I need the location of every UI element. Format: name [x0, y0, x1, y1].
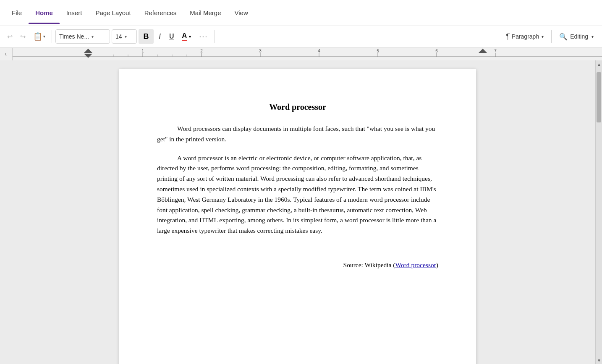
ruler-corner-icon: L	[5, 52, 7, 56]
font-size-value: 14	[115, 33, 122, 40]
scroll-thumb[interactable]	[597, 72, 601, 122]
editing-arrow: ▾	[592, 34, 594, 39]
ruler-container: L 1 2 3 4 5 6 7	[0, 48, 602, 60]
source-link[interactable]: Word processor	[395, 261, 436, 268]
font-color-indicator: A	[182, 32, 187, 41]
ruler-svg: 1 2 3 4 5 6 7	[13, 48, 602, 60]
scroll-track[interactable]	[596, 68, 602, 356]
source-citation: Source: Wikipedia (Word processor)	[157, 261, 438, 269]
divider-3	[551, 30, 552, 43]
undo-button[interactable]: ↩	[4, 31, 16, 43]
content-area: Word processor Word processors can displ…	[0, 60, 602, 364]
clipboard-icon: 📋	[33, 32, 42, 41]
pilcrow-icon: ¶	[506, 32, 510, 41]
scroll-down-arrow[interactable]: ▼	[596, 356, 602, 364]
font-color-arrow: ▾	[189, 34, 191, 39]
divider-2	[215, 30, 215, 43]
document-page: Word processor Word processors can displ…	[119, 69, 476, 364]
bold-button[interactable]: B	[139, 29, 154, 44]
document-title: Word processor	[157, 102, 438, 112]
ruler-indent-top	[84, 49, 92, 53]
svg-text:2: 2	[200, 49, 203, 53]
redo-button[interactable]: ↪	[17, 31, 29, 43]
paragraph-arrow: ▾	[542, 34, 544, 39]
ruler: 1 2 3 4 5 6 7	[13, 48, 602, 60]
font-color-underline	[182, 40, 187, 41]
scroll-up-arrow[interactable]: ▲	[596, 60, 602, 68]
editing-label: Editing	[570, 33, 588, 40]
scrollbar-right[interactable]: ▲ ▼	[595, 60, 602, 364]
svg-text:3: 3	[259, 49, 262, 53]
svg-text:7: 7	[494, 49, 497, 53]
source-text: Source: Wikipedia (	[343, 261, 395, 268]
paragraph-2: A word processor is an electric or elect…	[157, 153, 438, 236]
svg-rect-0	[13, 56, 602, 57]
paragraph-1: Word processors can display documents in…	[157, 124, 438, 145]
svg-text:1: 1	[141, 49, 144, 53]
more-button[interactable]: ···	[196, 30, 211, 43]
search-icon: 🔍	[559, 33, 568, 41]
underline-button[interactable]: U	[166, 31, 178, 42]
font-color-button[interactable]: A ▾	[179, 30, 194, 43]
editing-button[interactable]: 🔍 Editing ▾	[555, 31, 598, 43]
svg-text:6: 6	[435, 49, 438, 53]
clipboard-dropdown-arrow: ▾	[43, 34, 45, 39]
menu-page-layout[interactable]: Page Layout	[89, 6, 137, 20]
menu-view[interactable]: View	[228, 6, 255, 20]
paragraph-label: Paragraph	[512, 33, 539, 40]
font-name-arrow: ▾	[92, 34, 94, 39]
source-closing: )	[436, 261, 438, 268]
svg-text:5: 5	[377, 49, 379, 53]
clipboard-button[interactable]: 📋 ▾	[30, 30, 48, 43]
ruler-right-margin	[479, 49, 487, 53]
divider-1	[52, 30, 52, 43]
font-name-dropdown[interactable]: Times Ne... ▾	[55, 29, 110, 44]
toolbar: ↩ ↪ 📋 ▾ Times Ne... ▾ 14 ▾ B I U A ▾ ···…	[0, 26, 602, 48]
menu-mail-merge[interactable]: Mail Merge	[183, 6, 228, 20]
menu-insert[interactable]: Insert	[60, 6, 89, 20]
ruler-indent-bottom	[84, 54, 92, 58]
document-area[interactable]: Word processor Word processors can displ…	[0, 60, 595, 364]
svg-text:4: 4	[318, 49, 320, 53]
menu-references[interactable]: References	[138, 6, 183, 20]
font-size-arrow: ▾	[125, 34, 127, 39]
italic-button[interactable]: I	[155, 30, 164, 43]
menu-home[interactable]: Home	[29, 6, 60, 20]
font-size-dropdown[interactable]: 14 ▾	[112, 29, 137, 44]
paragraph-button[interactable]: ¶ Paragraph ▾	[502, 30, 548, 43]
font-name-value: Times Ne...	[59, 33, 89, 40]
ruler-corner: L	[0, 48, 13, 60]
menu-bar: File Home Insert Page Layout References …	[0, 0, 602, 26]
menu-file[interactable]: File	[5, 6, 29, 20]
